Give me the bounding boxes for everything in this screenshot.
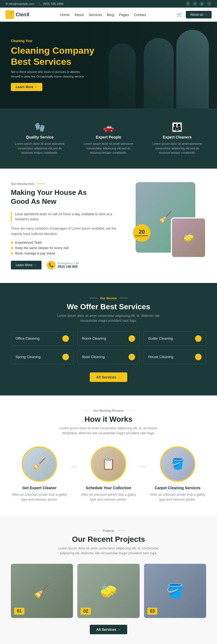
step-image-1: 🧹 [22,446,57,482]
project-number-3: 03 [147,608,158,615]
projects-desc: Lorem ipsum dolor sit amet consectetur a… [54,546,163,556]
step-title-2: Schedule Your Collection [80,486,137,490]
hero-title: Cleaning Company Best Services [11,45,94,67]
hero-cta-button[interactable]: Learn More → [11,83,42,91]
email-info: ✉ info@example.com [5,2,34,6]
bullet-2 [11,247,13,249]
intro-actions: Learn More → 📞 Emergency Call 0515 146 9… [11,261,125,269]
service-gutter-cleaning[interactable]: Gutter Cleaning → [143,331,206,346]
step-desc-1: Alfen an unknown printer took a galley t… [11,492,68,502]
nav-blog[interactable]: Blog [107,13,114,17]
step-connector-2: 〜 [140,446,146,471]
service-office-cleaning[interactable]: Office Cleaning → [11,331,74,346]
service-house-cleaning[interactable]: House Cleaning → [143,350,206,364]
feature-desc-3: Lorem ipsum dolor sit amet awesome conse… [150,141,205,155]
nav-services[interactable]: Services [89,13,102,17]
hero-subtitle: Cleaning Your [11,39,94,43]
service-steel-cleaning[interactable]: Steel Cleaning → [77,350,140,364]
feature-card-2: 🚗 Expert People Lorem ipsum dolor sit am… [77,117,140,160]
pinterest-icon[interactable]: p [200,1,205,6]
step-img-inner-3: 🪣 [161,447,194,481]
nav-contact[interactable]: Contact [134,13,146,17]
social-links[interactable]: f t p i [186,1,212,6]
emergency-info: 📞 Emergency Call 0515 146 905 [47,261,79,269]
cart-icon[interactable]: 🛒 [177,12,183,18]
intro-quote: Local operations team on-call 24 hours a… [11,212,125,222]
feature-card-3: 👨‍👩‍👧 Expert Cleaners Lorem ipsum dolor … [146,117,209,160]
twitter-icon[interactable]: t [193,1,197,6]
works-steps-container: 🧹 Get Expert Cleaner Alfen an unknown pr… [11,446,206,502]
feature-icon-3: 👨‍👩‍👧 [150,122,205,132]
instagram-icon[interactable]: i [207,1,212,6]
services-title: We Offer Best Services [11,302,206,311]
intro-small-image: 🧽 [171,217,206,258]
intro-learn-button[interactable]: Learn More → [11,261,42,269]
works-desc: Lorem ipsum dolor sit amet consectetur a… [52,426,165,436]
emergency-number: 0515 146 905 [58,265,79,269]
services-tag: Our Service [11,297,206,300]
step-title-3: Carpet Cleaning Services [149,486,206,490]
list-item-2: Keep the same cleaner for every visit [11,246,125,250]
feature-card-1: 🧤 Quality Service Lorem ipsum dolor sit … [8,117,71,160]
navbar: 🧹 ClenX Home About Services Blog Pages C… [0,8,217,22]
features-section: 🧤 Quality Service Lorem ipsum dolor sit … [0,108,217,169]
service-arrow-2: → [129,335,135,342]
services-grid: Office Cleaning → Room Cleaning → Gutter… [11,331,206,364]
step-img-inner-1: 🧹 [23,447,56,481]
all-services-button[interactable]: All Services → [90,372,127,382]
facebook-icon[interactable]: f [186,1,190,6]
top-bar: ✉ info@example.com 📞 (502) 436-1890 f t … [0,0,217,8]
feature-title-1: Quality Service [12,135,67,139]
projects-tag: Projects [11,529,206,532]
project-number-2: 02 [81,608,91,615]
list-item-1: Experienced Team [11,241,125,244]
intro-tag: Our Introduction [11,182,125,185]
intro-title: Making Your House As Good As New [11,188,125,207]
step-desc-2: Alfen an unknown printer took a galley t… [80,492,137,502]
intro-right: 🧹 🧽 20 Experiences [136,182,206,253]
project-card-2: 🧽 02 [77,564,139,618]
feature-desc-2: Lorem ipsum dolor sit amet awesome conse… [81,141,136,155]
services-section: Our Service We Offer Best Services Lorem… [0,283,217,395]
top-bar-contact: ✉ info@example.com 📞 (502) 436-1890 [5,2,63,6]
projects-section: Projects Our Recent Projects Lorem ipsum… [0,516,217,644]
service-arrow-3: → [195,335,202,342]
nav-about[interactable]: About [75,13,84,17]
work-step-2: 📋 Schedule Your Collection Alfen an unkn… [80,446,137,502]
service-arrow-4: → [62,354,69,360]
feature-desc-1: Lorem ipsum dolor sit amet awesome conse… [12,141,67,155]
step-image-2: 📋 [91,446,126,482]
intro-list: Experienced Team Keep the same cleaner f… [11,241,125,255]
list-item-3: Book, manage & pay online [11,252,125,255]
about-button[interactable]: About us → [186,11,212,18]
hero-content: Cleaning Your Cleaning Company Best Serv… [11,39,94,91]
nav-home[interactable]: Home [60,13,70,17]
feature-title-2: Expert People [81,135,136,139]
step-img-inner-2: 📋 [92,447,125,481]
nav-pages[interactable]: Pages [119,13,129,17]
projects-title: Our Recent Projects [11,535,206,544]
logo-icon: 🧹 [5,10,14,19]
logo[interactable]: 🧹 ClenX [5,10,30,19]
step-connector-1: 〜 [71,446,77,471]
bullet-1 [11,242,13,244]
works-title: How it Works [11,415,206,424]
service-arrow-1: → [62,335,69,342]
step-title-1: Get Expert Cleaner [11,486,68,490]
service-arrow-5: → [129,354,135,360]
works-section: Our Working Process How it Works Lorem i… [0,395,217,516]
project-number-1: 01 [14,608,24,615]
step-image-3: 🪣 [160,446,195,482]
service-spring-cleaning[interactable]: Spring Cleaning → [11,350,74,364]
intro-section: Our Introduction Making Your House As Go… [0,169,217,283]
all-projects-button[interactable]: All Services → [90,625,127,634]
works-tag: Our Working Process [11,409,206,412]
experience-badge: 20 Experiences [133,224,151,242]
intro-images: 🧹 🧽 20 Experiences [136,182,206,253]
step-desc-3: Alfen an unknown printer took a galley t… [149,492,206,502]
emergency-label: Emergency Call [58,262,79,265]
service-room-cleaning[interactable]: Room Cleaning → [77,331,140,346]
nav-links: Home About Services Blog Pages Contact [60,13,146,17]
feature-icon-2: 🚗 [81,122,136,132]
phone-info: 📞 (502) 436-1890 [38,2,63,6]
